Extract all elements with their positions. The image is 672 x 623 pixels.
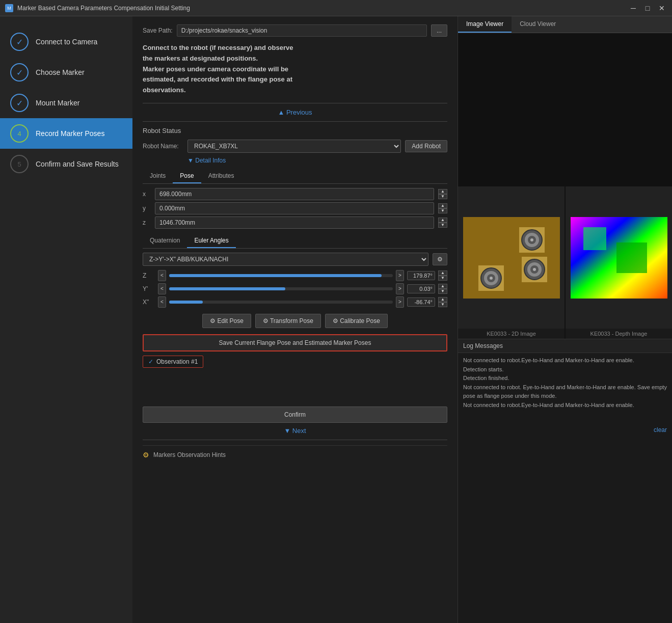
euler-label-2: X" (143, 299, 155, 306)
euler-spin-down-0[interactable]: ▼ (438, 276, 447, 281)
tab-attributes[interactable]: Attributes (201, 169, 241, 183)
image-cell-bottom-right: KE0033 - Depth Image (566, 186, 672, 339)
sidebar: ✓ Connect to Camera ✓ Choose Marker ✓ Mo… (0, 16, 132, 623)
z-spin-down[interactable]: ▼ (438, 223, 447, 228)
euler-lt-2[interactable]: < (158, 296, 166, 308)
euler-spin-up-2[interactable]: ▲ (438, 297, 447, 302)
x-coord-row: x ▲ ▼ (143, 188, 447, 200)
browse-button[interactable]: ... (431, 24, 447, 37)
log-footer: clear (458, 424, 672, 436)
euler-lt-1[interactable]: < (158, 283, 166, 294)
euler-slider-1 (169, 287, 393, 290)
robot-name-label: Robot Name: (143, 143, 183, 150)
euler-gear-button[interactable]: ⚙ (433, 253, 447, 265)
pose-tabs: Joints Pose Attributes (143, 169, 447, 184)
image-grid: KE0033 - 2D Image (458, 33, 672, 339)
image-area-top-left (458, 33, 565, 185)
transform-pose-button[interactable]: ⚙ Transform Pose (255, 314, 321, 328)
euler-row-Z: Z < > ▲ ▼ (143, 270, 447, 281)
detail-infos-button[interactable]: ▼ Detail Infos (187, 157, 226, 164)
x-spin: ▲ ▼ (438, 189, 447, 199)
calibrate-pose-button[interactable]: ⚙ Calibrate Pose (325, 314, 388, 328)
log-title: Log Messages (458, 339, 672, 353)
image-cell-bottom-left: KE0033 - 2D Image (458, 186, 565, 339)
content-panel: Save Path: ... Connect to the robot (if … (132, 16, 458, 623)
robot-name-select[interactable]: ROKAE_XB7XL (187, 140, 401, 153)
image-label-2d: KE0033 - 2D Image (458, 329, 565, 339)
previous-button[interactable]: ▲ Previous (278, 109, 312, 116)
confirm-button[interactable]: Confirm (143, 407, 447, 423)
image-label-depth: KE0033 - Depth Image (566, 329, 672, 339)
observation-label: Observation #1 (156, 358, 198, 365)
euler-gt-2[interactable]: > (396, 296, 404, 308)
z-spin-up[interactable]: ▲ (438, 218, 447, 223)
tab-pose[interactable]: Pose (173, 169, 201, 183)
viewer-tabs: Image Viewer Cloud Viewer (458, 16, 672, 33)
save-path-input[interactable] (177, 24, 427, 37)
euler-gt-1[interactable]: > (396, 283, 404, 294)
x-input[interactable] (155, 188, 434, 200)
robot-name-row: Robot Name: ROKAE_XB7XL Add Robot (143, 140, 447, 153)
y-spin: ▲ ▼ (438, 203, 447, 213)
log-message: Not connected to robot.Eye-to-Hand and M… (463, 401, 667, 410)
svg-rect-18 (583, 227, 606, 250)
save-poses-button[interactable]: Save Current Flange Pose and Estimated M… (143, 334, 447, 351)
euler-rows: Z < > ▲ ▼ Y' < > ▲ ▼ X" < (143, 270, 447, 308)
sidebar-item-record-marker-poses[interactable]: 4 Record Marker Poses (0, 118, 132, 149)
log-message: Not connected to robot. Eye-to-Hand and … (463, 383, 667, 401)
z-coord-row: z ▲ ▼ (143, 216, 447, 229)
maximize-button[interactable]: □ (642, 3, 653, 13)
angle-tabs: Quaternion Euler Angles (143, 234, 447, 249)
sidebar-item-choose-marker[interactable]: ✓ Choose Marker (0, 57, 132, 88)
x-spin-up[interactable]: ▲ (438, 189, 447, 194)
log-message: Detection finished. (463, 374, 667, 383)
sidebar-item-connect-to-camera[interactable]: ✓ Connect to Camera (0, 26, 132, 57)
y-label: y (143, 205, 151, 212)
edit-pose-button[interactable]: ⚙ Edit Pose (202, 314, 251, 328)
tab-image-viewer[interactable]: Image Viewer (458, 16, 512, 33)
x-spin-down[interactable]: ▼ (438, 194, 447, 199)
euler-value-input-2[interactable] (407, 297, 435, 307)
y-spin-up[interactable]: ▲ (438, 203, 447, 208)
add-robot-button[interactable]: Add Robot (405, 140, 447, 152)
image-area-depth (566, 186, 672, 329)
y-spin-down[interactable]: ▼ (438, 208, 447, 213)
euler-convention-select[interactable]: Z->Y'->X" ABB/KUKA/NACHI (143, 253, 428, 266)
hints-icon: ⚙ (143, 451, 149, 459)
step-circle-5: 5 (10, 155, 29, 173)
euler-spin-down-2[interactable]: ▼ (438, 302, 447, 307)
tab-euler[interactable]: Euler Angles (187, 234, 235, 248)
z-label: z (143, 219, 151, 226)
sidebar-item-confirm-save[interactable]: 5 Confirm and Save Results (0, 149, 132, 179)
step-circle-4: 4 (10, 124, 29, 143)
z-input[interactable] (155, 216, 434, 229)
clear-button[interactable]: clear (654, 426, 667, 434)
minimize-button[interactable]: ─ (628, 3, 638, 13)
euler-spin-up-0[interactable]: ▲ (438, 270, 447, 276)
divider-2 (143, 121, 447, 122)
z-spin: ▲ ▼ (438, 218, 447, 228)
hints-label: Markers Observation Hints (153, 451, 226, 458)
y-input[interactable] (155, 202, 434, 214)
image-area-top-right (566, 33, 672, 185)
app-icon: M (5, 4, 13, 12)
sidebar-item-mount-marker[interactable]: ✓ Mount Marker (0, 88, 132, 118)
euler-spin-up-1[interactable]: ▲ (438, 284, 447, 289)
euler-spin-1: ▲ ▼ (438, 284, 447, 294)
euler-value-input-0[interactable] (407, 271, 435, 280)
image-area-markers (458, 186, 565, 329)
log-message: Detection starts. (463, 365, 667, 374)
x-label: x (143, 191, 151, 198)
euler-spin-down-1[interactable]: ▼ (438, 289, 447, 294)
log-message: Not connected to robot.Eye-to-Hand and M… (463, 356, 667, 365)
tab-cloud-viewer[interactable]: Cloud Viewer (512, 16, 564, 33)
tab-quaternion[interactable]: Quaternion (143, 234, 187, 248)
next-button[interactable]: ▼ Next (284, 427, 306, 435)
observation-item: ✓ Observation #1 (143, 356, 203, 368)
sidebar-label-connect: Connect to Camera (36, 38, 97, 46)
euler-lt-0[interactable]: < (158, 270, 166, 281)
close-button[interactable]: ✕ (657, 3, 667, 13)
euler-value-input-1[interactable] (407, 284, 435, 293)
euler-gt-0[interactable]: > (396, 270, 404, 281)
tab-joints[interactable]: Joints (143, 169, 173, 183)
